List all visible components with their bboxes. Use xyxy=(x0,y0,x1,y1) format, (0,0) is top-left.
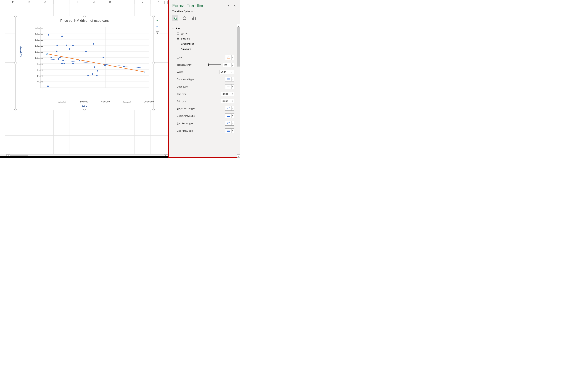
resize-handle[interactable] xyxy=(152,62,155,64)
chevron-down-icon: ⌄ xyxy=(172,27,174,29)
resize-handle[interactable] xyxy=(84,109,85,111)
svg-point-30 xyxy=(69,48,70,50)
pane-options-menu[interactable]: ▼ xyxy=(227,4,231,8)
scroll-down-button[interactable]: ▼ xyxy=(237,154,240,158)
x-axis-label[interactable]: Price xyxy=(16,105,153,108)
col-header[interactable]: M xyxy=(134,0,151,4)
y-axis-label[interactable]: KM Driven xyxy=(19,46,22,57)
arrow-size-icon xyxy=(225,129,231,132)
chart-plot-area[interactable] xyxy=(40,27,149,95)
svg-point-32 xyxy=(72,63,74,64)
label-begin-arrow-type: Begin Arrow type xyxy=(177,107,223,110)
pane-subtitle[interactable]: Trendline Options ⌄ xyxy=(168,9,240,14)
effects-tab[interactable] xyxy=(182,15,188,21)
pentagon-icon xyxy=(182,16,187,20)
format-trendline-pane: Format Trendline ▼ ✕ Trendline Options ⌄… xyxy=(168,0,240,158)
x-tick: - xyxy=(33,101,47,103)
pane-vertical-scrollbar[interactable]: ▲ ▼ xyxy=(237,24,240,158)
resize-handle[interactable] xyxy=(84,15,85,17)
fill-and-line-tab[interactable] xyxy=(172,15,178,21)
paint-bucket-icon xyxy=(173,16,177,20)
grid-body[interactable]: Price vs. KM driven of used cars KM Driv… xyxy=(0,4,168,154)
resize-handle[interactable] xyxy=(152,109,155,111)
join-type-combo[interactable]: Round▼ xyxy=(220,99,234,103)
pen-color-icon xyxy=(225,56,231,59)
label-width: Width xyxy=(177,71,218,73)
arrow-type-icon xyxy=(225,107,231,110)
label-dash-type: Dash type xyxy=(177,85,223,88)
chart-object[interactable]: Price vs. KM driven of used cars KM Driv… xyxy=(15,16,154,110)
resize-handle[interactable] xyxy=(14,15,17,17)
compound-line-icon xyxy=(225,78,231,80)
svg-point-24 xyxy=(59,57,61,58)
svg-point-20 xyxy=(51,57,52,58)
radio-solid-line[interactable]: Solid line xyxy=(177,37,234,40)
chart-title[interactable]: Price vs. KM driven of used cars xyxy=(16,16,153,24)
col-header[interactable]: J xyxy=(86,0,102,4)
chevron-down-icon: ⌄ xyxy=(194,10,195,12)
resize-handle[interactable] xyxy=(14,109,17,111)
col-header[interactable]: I xyxy=(70,0,86,4)
svg-point-37 xyxy=(93,43,94,44)
chart-filters-button[interactable] xyxy=(155,30,160,35)
label-end-arrow-type: End Arrow type xyxy=(177,122,223,125)
svg-point-26 xyxy=(61,36,63,37)
svg-rect-53 xyxy=(227,59,230,59)
svg-point-18 xyxy=(47,85,49,87)
begin-arrow-type-picker[interactable]: ▼ xyxy=(225,106,234,111)
col-header[interactable]: G xyxy=(37,0,54,4)
width-input[interactable]: ▲▼ xyxy=(220,70,234,74)
svg-point-41 xyxy=(103,57,104,58)
x-tick: 6,00,000 xyxy=(98,101,113,103)
label-cap-type: Cap type xyxy=(177,93,218,95)
worksheet-area[interactable]: ▲ E F G H I J K L M N xyxy=(0,0,168,158)
label-end-arrow-size: End Arrow size xyxy=(177,129,223,132)
dash-type-picker[interactable]: ▼ xyxy=(225,84,234,89)
pane-title: Format Trendline xyxy=(172,3,225,8)
col-header[interactable]: H xyxy=(54,0,70,4)
trendline-options-tab[interactable] xyxy=(191,15,197,21)
cap-type-combo[interactable]: Round▼ xyxy=(220,92,234,96)
scroll-thumb[interactable] xyxy=(237,27,240,66)
bar-chart-icon xyxy=(191,16,196,20)
svg-rect-50 xyxy=(192,18,193,20)
col-header[interactable]: F xyxy=(21,0,37,4)
svg-point-42 xyxy=(104,65,106,66)
svg-point-29 xyxy=(66,45,67,46)
radio-automatic[interactable]: Automatic xyxy=(177,48,234,50)
svg-point-19 xyxy=(48,34,49,35)
col-header[interactable]: L xyxy=(118,0,134,4)
svg-line-46 xyxy=(47,54,145,72)
svg-point-38 xyxy=(94,66,95,68)
svg-point-47 xyxy=(46,53,48,55)
radio-no-line[interactable]: No line xyxy=(177,32,234,35)
end-arrow-size-picker[interactable]: ▼ xyxy=(225,128,234,133)
svg-point-35 xyxy=(87,75,89,76)
radio-gradient-line[interactable]: Gradient line xyxy=(177,42,234,45)
svg-point-22 xyxy=(56,45,58,46)
resize-handle[interactable] xyxy=(14,62,17,64)
svg-point-23 xyxy=(58,58,59,60)
end-arrow-type-picker[interactable]: ▼ xyxy=(225,121,234,126)
scroll-up-button[interactable]: ▲ xyxy=(237,24,240,27)
col-header[interactable]: E xyxy=(5,0,21,4)
transparency-slider[interactable] xyxy=(208,64,221,65)
color-picker[interactable]: ▼ xyxy=(225,55,234,60)
svg-point-40 xyxy=(97,70,98,72)
svg-point-21 xyxy=(56,51,57,52)
begin-arrow-size-picker[interactable]: ▼ xyxy=(225,114,234,118)
svg-point-44 xyxy=(123,66,125,67)
chart-styles-button[interactable]: ✎ xyxy=(155,24,160,29)
svg-point-36 xyxy=(92,73,93,75)
resize-handle[interactable] xyxy=(152,15,155,17)
pane-close-button[interactable]: ✕ xyxy=(232,3,237,8)
compound-type-picker[interactable]: ▼ xyxy=(225,77,234,81)
label-begin-arrow-size: Begin Arrow size xyxy=(177,115,223,117)
svg-point-28 xyxy=(63,63,65,64)
col-header-blank xyxy=(0,0,5,4)
col-header[interactable]: K xyxy=(102,0,118,4)
chart-elements-button[interactable]: + xyxy=(155,18,160,23)
transparency-input[interactable]: ▲▼ xyxy=(223,63,234,67)
scroll-up-button[interactable]: ▲ xyxy=(164,1,168,4)
line-section-header[interactable]: ⌄ Line xyxy=(172,26,236,31)
